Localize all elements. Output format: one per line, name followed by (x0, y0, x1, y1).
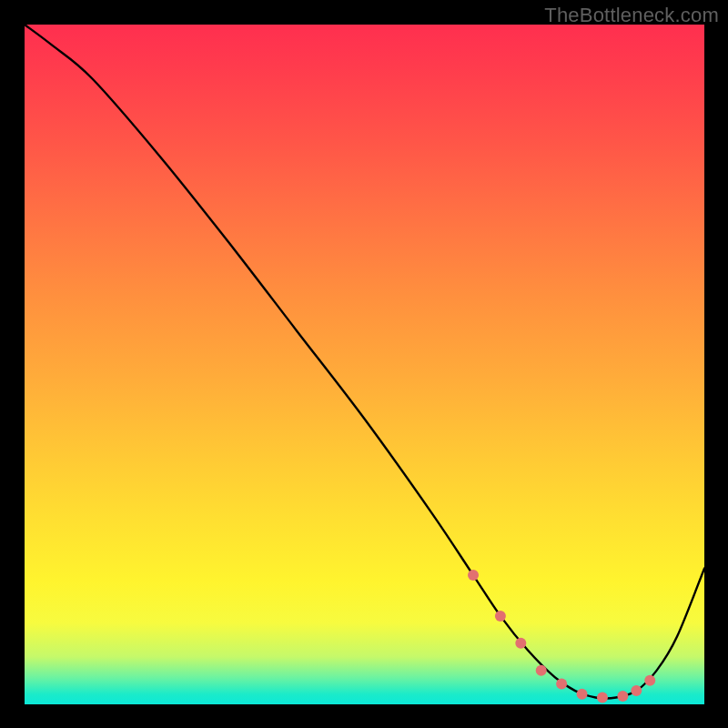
optimal-dot (515, 638, 526, 649)
bottleneck-curve (25, 25, 704, 698)
watermark-text: TheBottleneck.com (544, 4, 719, 27)
optimal-dot (468, 570, 479, 581)
chart-canvas: TheBottleneck.com (0, 0, 728, 728)
optimal-dot (495, 611, 506, 622)
optimal-dot (597, 693, 608, 703)
optimal-dot (617, 691, 628, 702)
optimal-dot (631, 685, 642, 696)
optimal-dot (536, 665, 547, 676)
optimal-dot (577, 689, 588, 700)
optimal-range-dots (468, 570, 655, 703)
optimal-dot (644, 675, 655, 686)
optimal-dot (556, 679, 567, 690)
plot-area (25, 25, 704, 704)
curve-layer (25, 25, 704, 704)
